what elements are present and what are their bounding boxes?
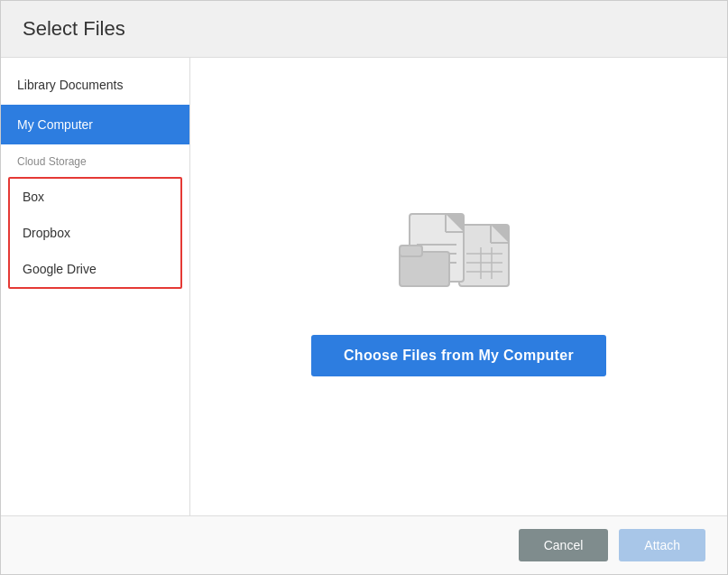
- sidebar-item-my-computer[interactable]: My Computer: [1, 105, 189, 144]
- sidebar-item-dropbox[interactable]: Dropbox: [10, 215, 180, 251]
- sidebar-item-library-documents[interactable]: Library Documents: [1, 65, 189, 105]
- dialog-title: Select Files: [23, 17, 705, 41]
- main-content: Choose Files from My Computer: [190, 58, 727, 515]
- sidebar-item-box[interactable]: Box: [10, 179, 180, 215]
- dialog-footer: Cancel Attach: [1, 515, 727, 574]
- files-illustration: [387, 198, 531, 306]
- dialog-body: Library Documents My Computer Cloud Stor…: [1, 58, 727, 515]
- file-icon-group: [387, 198, 531, 310]
- choose-files-button[interactable]: Choose Files from My Computer: [311, 335, 606, 376]
- cancel-button[interactable]: Cancel: [519, 529, 609, 561]
- cloud-storage-label: Cloud Storage: [1, 144, 189, 173]
- dialog-header: Select Files: [1, 1, 727, 58]
- cloud-storage-group: Box Dropbox Google Drive: [8, 177, 182, 289]
- attach-button[interactable]: Attach: [619, 529, 705, 561]
- sidebar-item-google-drive[interactable]: Google Drive: [10, 251, 180, 287]
- svg-rect-17: [400, 246, 422, 256]
- sidebar: Library Documents My Computer Cloud Stor…: [1, 58, 190, 515]
- select-files-dialog: Select Files Library Documents My Comput…: [0, 0, 728, 575]
